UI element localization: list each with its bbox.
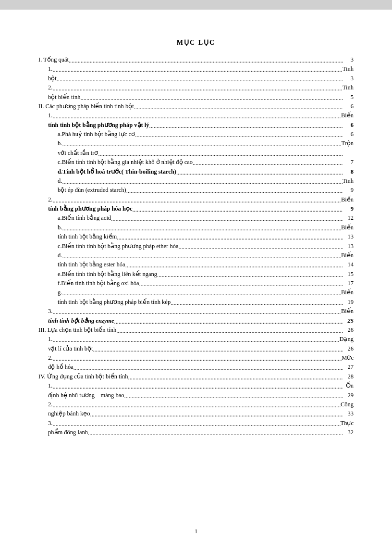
toc-entry-2a: 2. Tinh [38, 83, 354, 92]
toc-page: 28 [343, 372, 354, 381]
toc-page: 25 [343, 316, 354, 326]
toc-label: III. Lựa chọn tinh bột biến tính [38, 326, 116, 335]
toc-dots [52, 308, 341, 317]
toc-label: c.Biến tính tinh bột bằng gia nhiệt khô … [58, 158, 193, 167]
toc-dots [111, 214, 343, 224]
toc-page: Trộn [341, 139, 354, 148]
toc-label: 2. [48, 353, 52, 363]
toc-dots [57, 75, 343, 84]
toc-label: tính tinh bột bằng ester hóa [58, 260, 125, 269]
toc-label: 1. [48, 111, 52, 120]
toc-dots [157, 271, 343, 280]
footer-page-number: 1 [195, 528, 197, 535]
toc-dots [135, 131, 343, 140]
toc-label: e.Biến tính tinh bột bằng liên kết ngang [58, 270, 157, 279]
toc-label: 2. [48, 195, 52, 204]
toc-page: 13 [343, 242, 354, 251]
toc-page: 6 [343, 121, 354, 130]
toc-label: với chất rắn trơ [58, 149, 98, 158]
toc-label: tính bằng phương pháp hóa học [48, 204, 132, 213]
toc-label: IV. Ứng dụng của tinh bột biến tính [38, 372, 128, 381]
toc-page: 27 [343, 363, 354, 372]
toc-entry-1b: bột 3 [38, 74, 354, 83]
toc-page: 15 [343, 270, 354, 279]
toc-label: tính tinh bột bằng enzyme [48, 316, 114, 326]
toc-dots [52, 65, 342, 75]
document-page: MỤC LỤC I. Tổng quát 3 1. Tinh bột 3 2. … [0, 10, 392, 540]
toc-entry-ii1b: tính tinh bột bằng phương pháp vật lý 6 [38, 121, 354, 130]
toc-entry-iv3b: phẩm đông lanh 32 [38, 428, 354, 437]
toc-page: Tinh [343, 64, 354, 74]
toc-label: tính tinh bột bằng kiềm [58, 232, 117, 241]
toc-page: 9 [343, 204, 354, 213]
toc-dots [139, 280, 343, 289]
toc-entry-c1: c.Biến tính tinh bột bằng gia nhiệt khô … [38, 158, 354, 167]
toc-page: 5 [343, 93, 354, 102]
toc-entry-b1a: b. Trộn [38, 139, 354, 148]
toc-page: 6 [343, 102, 354, 111]
toc-entry-iv: IV. Ứng dụng của tinh bột biến tính 28 [38, 372, 354, 381]
toc-label: 1. [48, 335, 52, 344]
toc-page: 9 [343, 186, 354, 195]
toc-entry-ii: II. Các phương pháp biến tính tinh bột 6 [38, 102, 354, 111]
toc-page: Biến [341, 251, 354, 260]
toc-entry-iv1b: định hệ nhũ tương – màng bao 29 [38, 391, 354, 400]
toc-page: Công [341, 400, 354, 409]
toc-dots [62, 177, 342, 187]
toc-entry-ii2b: tính bằng phương pháp hóa học 9 [38, 204, 354, 213]
toc-page: 7 [343, 158, 354, 167]
toc-dots [114, 317, 343, 327]
toc-dots [125, 261, 343, 270]
toc-dots [132, 205, 343, 214]
toc-dots [52, 196, 341, 205]
toc-entry-iv3a: 3. Thực [38, 419, 354, 428]
toc-label: d.Tinh bột hồ hoá trước( Thin-boiling st… [58, 167, 176, 176]
toc-label: f.Biến tính tinh bột bằng oxi hóa [58, 279, 139, 288]
toc-label: phẩm đông lanh [48, 428, 88, 437]
toc-label: b. [58, 223, 62, 232]
toc-entry-iv1a: 1. Ổn [38, 381, 354, 390]
toc-container: I. Tổng quát 3 1. Tinh bột 3 2. Tinh bột… [38, 55, 354, 437]
toc-page: Thực [341, 419, 354, 428]
toc-dots [74, 364, 343, 373]
toc-label: 3. [48, 307, 52, 316]
toc-dots [62, 224, 341, 233]
toc-dots [171, 299, 343, 308]
toc-entry-d3a: d. Biến [38, 251, 354, 260]
toc-entry-d2a: d. Tinh [38, 176, 354, 186]
toc-page: Tinh [343, 176, 354, 186]
toc-page: 8 [343, 167, 354, 176]
toc-entry-iv2b: nghiệp bánh kẹo 33 [38, 409, 354, 418]
toc-entry-ii1a: 1. Biến [38, 111, 354, 120]
toc-entry-iii1a: 1. Dạng [38, 335, 354, 344]
toc-entry-i: I. Tổng quát 3 [38, 55, 354, 64]
toc-label: d. [58, 176, 62, 186]
toc-entry-ii3b: tính tinh bột bằng enzyme 25 [38, 316, 354, 326]
toc-dots [149, 122, 343, 131]
toc-entry-b2b: tính tinh bột bằng kiềm 13 [38, 232, 354, 241]
toc-page: Biến [341, 307, 354, 316]
toc-dots [93, 345, 343, 354]
toc-page: 14 [343, 260, 354, 269]
toc-entry-f1: f.Biến tính tinh bột bằng oxi hóa 17 [38, 279, 354, 288]
toc-label: g. [58, 288, 62, 297]
toc-entry-c2: c.Biến tính tinh bột bằng phương pháp et… [38, 242, 354, 251]
toc-label: vật lí của tinh bột [48, 344, 93, 353]
toc-dots [52, 354, 342, 364]
toc-dots [117, 233, 343, 242]
toc-entry-d3b: tính tinh bột bằng ester hóa 14 [38, 260, 354, 269]
page-title: MỤC LỤC [38, 38, 354, 47]
toc-page: 3 [343, 55, 354, 64]
toc-entry-d1-bold: d.Tinh bột hồ hoá trước( Thin-boiling st… [38, 167, 354, 176]
toc-label: 1. [48, 64, 52, 74]
toc-page: 3 [343, 74, 354, 83]
toc-label: tính tinh bột bằng phương pháp vật lý [48, 121, 149, 130]
toc-label: bột [48, 74, 57, 83]
toc-entry-2b: bột biến tính 5 [38, 93, 354, 102]
toc-dots [176, 168, 343, 177]
toc-entry-ii2a: 2. Biến [38, 195, 354, 204]
toc-page: Tinh [343, 83, 354, 92]
toc-page: 6 [343, 130, 354, 139]
toc-dots [178, 243, 343, 252]
toc-label: b. [58, 139, 62, 148]
